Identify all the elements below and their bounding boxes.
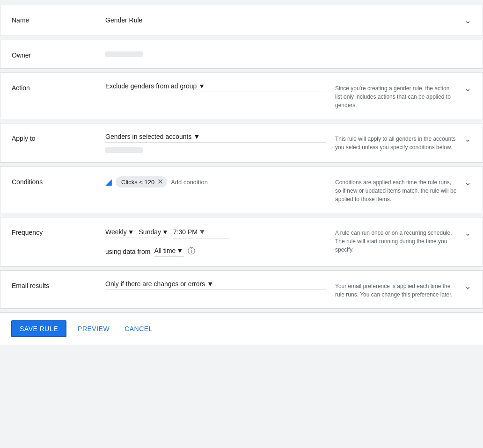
- name-input[interactable]: [105, 14, 255, 26]
- frequency-freq-value: Weekly: [105, 228, 127, 236]
- action-label: Action: [12, 82, 105, 92]
- action-dropdown-arrow: ▼: [198, 82, 205, 90]
- owner-content: [105, 50, 340, 57]
- conditions-label: Conditions: [12, 176, 105, 186]
- frequency-day-value: Sunday: [139, 228, 161, 236]
- action-collapse-icon[interactable]: ⌄: [464, 82, 471, 94]
- frequency-label: Frequency: [12, 227, 105, 236]
- frequency-time-arrow: ▼: [198, 228, 206, 236]
- chip-close-icon[interactable]: ✕: [157, 178, 163, 186]
- data-range-value: All time: [154, 247, 176, 254]
- owner-placeholder: [105, 51, 143, 57]
- email-section: Email results Only if there are changes …: [0, 270, 483, 309]
- name-collapse-icon[interactable]: ⌄: [464, 14, 471, 26]
- owner-label: Owner: [12, 50, 105, 59]
- conditions-collapse-icon[interactable]: ⌄: [464, 176, 471, 188]
- apply-to-placeholder: [105, 147, 143, 153]
- apply-to-content: Genders in selected accounts ▼: [105, 133, 326, 153]
- apply-to-hint: This rule will apply to all genders in t…: [326, 133, 457, 152]
- frequency-content: Weekly ▼ Sunday ▼ 7:30 PM ▼ using data f…: [105, 227, 326, 257]
- action-dropdown[interactable]: Exclude genders from ad group ▼: [105, 82, 326, 92]
- email-dropdown-value: Only if there are changes or errors: [105, 280, 205, 288]
- frequency-collapse-icon[interactable]: ⌄: [464, 227, 471, 238]
- using-data-label: using data from: [105, 248, 151, 255]
- action-dropdown-value: Exclude genders from ad group: [105, 82, 197, 90]
- frequency-freq-arrow: ▼: [128, 228, 134, 236]
- apply-to-dropdown[interactable]: Genders in selected accounts ▼: [105, 133, 326, 143]
- frequency-hint: A rule can run once or on a recurring sc…: [326, 227, 457, 254]
- name-content: [105, 14, 326, 26]
- name-section: Name ⌄: [0, 5, 483, 36]
- name-label: Name: [12, 14, 105, 24]
- frequency-time-value: 7:30 PM: [173, 228, 198, 236]
- action-content: Exclude genders from ad group ▼: [105, 82, 326, 92]
- email-content: Only if there are changes or errors ▼: [105, 280, 326, 290]
- apply-to-dropdown-arrow: ▼: [193, 133, 200, 140]
- data-range-dropdown[interactable]: All time ▼: [154, 246, 184, 257]
- frequency-time-dropdown[interactable]: 7:30 PM ▼: [173, 227, 229, 238]
- frequency-freq-dropdown[interactable]: Weekly ▼: [105, 227, 135, 238]
- name-hint: [326, 14, 457, 16]
- save-rule-button[interactable]: SAVE RULE: [11, 320, 66, 337]
- apply-to-section: Apply to Genders in selected accounts ▼ …: [0, 123, 483, 163]
- footer: SAVE RULE PREVIEW CANCEL: [0, 312, 483, 345]
- conditions-section: Conditions ◢ Clicks < 120 ✕ Add conditio…: [0, 166, 483, 213]
- email-hint: Your email preference is applied each ti…: [326, 280, 457, 299]
- chip-label: Clicks < 120: [121, 179, 154, 186]
- action-section: Action Exclude genders from ad group ▼ S…: [0, 72, 483, 119]
- apply-to-label: Apply to: [12, 133, 105, 142]
- frequency-section: Frequency Weekly ▼ Sunday ▼ 7:30 PM ▼ us…: [0, 217, 483, 267]
- email-label: Email results: [12, 280, 105, 289]
- owner-section: Owner: [0, 40, 483, 69]
- email-collapse-icon[interactable]: ⌄: [464, 280, 471, 291]
- frequency-row: Weekly ▼ Sunday ▼ 7:30 PM ▼: [105, 227, 326, 238]
- condition-chip: Clicks < 120 ✕: [116, 176, 167, 188]
- cancel-button[interactable]: CANCEL: [121, 321, 156, 336]
- conditions-hint: Conditions are applied each time the rul…: [326, 176, 457, 203]
- frequency-day-arrow: ▼: [162, 228, 168, 236]
- owner-hint: [340, 50, 471, 51]
- email-dropdown[interactable]: Only if there are changes or errors ▼: [105, 280, 326, 290]
- help-icon[interactable]: ⓘ: [188, 246, 195, 256]
- using-data-row: using data from All time ▼ ⓘ: [105, 246, 326, 257]
- conditions-row: ◢ Clicks < 120 ✕ Add condition: [105, 176, 326, 188]
- add-condition-button[interactable]: Add condition: [171, 179, 208, 186]
- page-wrapper: Name ⌄ Owner Action Exclude genders from…: [0, 0, 483, 345]
- apply-to-collapse-icon[interactable]: ⌄: [464, 133, 471, 144]
- conditions-content: ◢ Clicks < 120 ✕ Add condition: [105, 176, 326, 188]
- preview-button[interactable]: PREVIEW: [74, 321, 113, 336]
- filter-icon: ◢: [105, 177, 112, 187]
- frequency-day-dropdown[interactable]: Sunday ▼: [139, 227, 169, 238]
- apply-to-dropdown-value: Genders in selected accounts: [105, 133, 191, 140]
- data-range-arrow: ▼: [176, 247, 183, 254]
- email-dropdown-arrow: ▼: [207, 280, 213, 288]
- action-hint: Since you're creating a gender rule, the…: [326, 82, 457, 109]
